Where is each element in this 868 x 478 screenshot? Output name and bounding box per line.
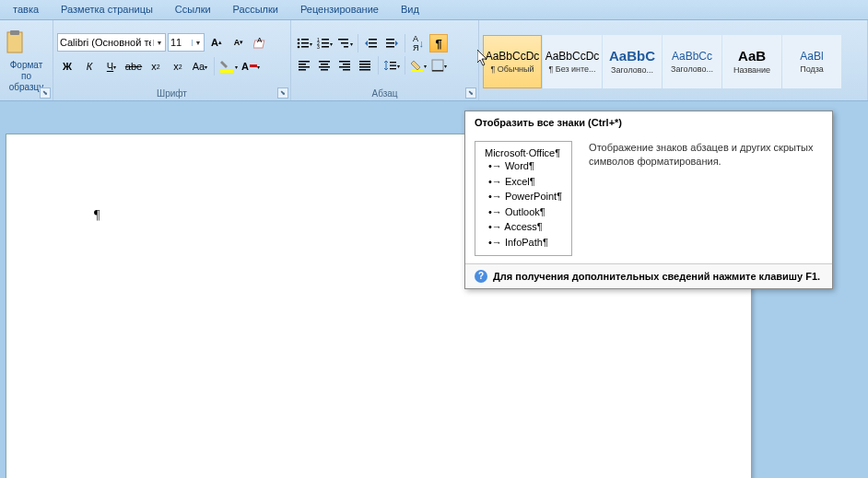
borders-button[interactable]: ▾	[429, 56, 448, 75]
line-spacing-button[interactable]: ▾	[382, 56, 401, 75]
tab-references[interactable]: Ссылки	[164, 0, 222, 19]
svg-rect-19	[341, 42, 348, 44]
bold-button[interactable]: Ж	[57, 56, 77, 76]
svg-rect-39	[359, 61, 370, 63]
align-left-button[interactable]	[295, 56, 313, 75]
svg-rect-4	[220, 70, 233, 73]
svg-rect-1	[10, 30, 19, 35]
ribbon: Формат по образцу ⬊ Calibri (Основной те…	[0, 20, 868, 101]
tab-insert[interactable]: тавка	[2, 0, 50, 19]
strikethrough-button[interactable]: abe	[123, 56, 144, 76]
tooltip-preview: Microsoft·Office¶ •→ Word¶•→ Excel¶•→ Po…	[475, 141, 572, 256]
style-item[interactable]: AaBbCcЗаголово...	[663, 35, 721, 88]
svg-text:3: 3	[317, 44, 320, 50]
preview-list-item: •→ Outlook¶	[485, 204, 562, 220]
style-name: ¶ Обычный	[490, 64, 534, 74]
svg-rect-9	[301, 42, 309, 44]
style-item[interactable]: AaBbCЗаголово...	[603, 35, 662, 88]
style-preview: AaBbCc	[672, 50, 712, 63]
paragraph-launcher[interactable]: ⬊	[465, 87, 476, 99]
align-center-button[interactable]	[315, 56, 334, 75]
superscript-button[interactable]: x2	[168, 56, 188, 76]
tab-page-layout[interactable]: Разметка страницы	[50, 0, 164, 19]
svg-rect-46	[411, 70, 423, 72]
paragraph-group: ▾ 123▾ ▾ AЯ↓ ¶ ▾ ▾ ▾ Абз	[291, 20, 479, 100]
chevron-down-icon: ▼	[153, 40, 163, 46]
separator	[358, 34, 358, 52]
style-item[interactable]: AaBlПодза	[782, 35, 841, 88]
style-preview: AaBbCcDc	[486, 50, 540, 63]
svg-point-8	[297, 42, 299, 45]
svg-rect-20	[344, 46, 348, 48]
svg-rect-38	[343, 69, 350, 71]
svg-point-10	[297, 46, 299, 49]
svg-rect-11	[301, 46, 309, 48]
svg-rect-48	[432, 70, 443, 72]
svg-rect-42	[359, 69, 370, 71]
clipboard-launcher[interactable]: ⬊	[40, 87, 51, 99]
justify-button[interactable]	[356, 56, 374, 75]
separator	[214, 57, 215, 76]
paragraph-group-label: Абзац	[295, 87, 475, 100]
svg-rect-28	[299, 64, 306, 65]
style-name: Подза	[800, 64, 824, 74]
style-item[interactable]: AaBbCcDc¶ Обычный	[483, 35, 542, 88]
style-name: Заголово...	[611, 65, 653, 75]
align-right-button[interactable]	[335, 56, 354, 75]
svg-rect-15	[322, 42, 329, 44]
tab-review[interactable]: Рецензирование	[289, 0, 390, 19]
preview-list-item: •→ Word¶	[485, 158, 562, 174]
style-name: Заголово...	[671, 64, 713, 74]
shading-button[interactable]: ▾	[409, 56, 428, 75]
tooltip-footer: ? Для получения дополнительных сведений …	[465, 263, 832, 288]
svg-rect-5	[250, 64, 257, 67]
increase-indent-button[interactable]	[382, 34, 401, 52]
font-group-label: Шрифт	[57, 87, 287, 100]
shrink-font-button[interactable]: A▾	[229, 32, 249, 52]
svg-text:A: A	[257, 36, 263, 44]
font-launcher[interactable]: ⬊	[277, 87, 288, 99]
svg-rect-32	[321, 64, 328, 65]
paste-button[interactable]	[4, 30, 49, 56]
change-case-button[interactable]: Aa▾	[190, 56, 210, 76]
italic-button[interactable]: К	[79, 56, 100, 76]
style-name: ¶ Без инте...	[548, 64, 595, 74]
svg-rect-13	[322, 39, 329, 41]
style-item[interactable]: AaBbCcDc¶ Без инте...	[543, 35, 602, 88]
show-hide-marks-button[interactable]: ¶	[429, 34, 448, 52]
clipboard-group: Формат по образцу ⬊	[0, 20, 53, 100]
tab-view[interactable]: Вид	[390, 0, 430, 19]
tooltip-show-formatting: Отобразить все знаки (Ctrl+*) Microsoft·…	[464, 111, 833, 289]
svg-rect-31	[319, 61, 330, 63]
tab-mailings[interactable]: Рассылки	[222, 0, 289, 19]
tooltip-title: Отобразить все знаки (Ctrl+*)	[475, 117, 823, 128]
decrease-indent-button[interactable]	[362, 34, 381, 52]
svg-rect-17	[322, 46, 329, 48]
svg-rect-29	[299, 66, 310, 68]
underline-button[interactable]: Ч▾	[101, 56, 122, 76]
styles-gallery[interactable]: AaBbCcDc¶ ОбычныйAaBbCcDc¶ Без инте...Aa…	[483, 35, 863, 88]
bullets-button[interactable]: ▾	[295, 34, 313, 52]
svg-rect-44	[390, 65, 396, 66]
svg-rect-40	[359, 64, 370, 65]
tooltip-description: Отображение знаков абзацев и других скры…	[589, 141, 823, 256]
style-item[interactable]: АаВНазвание	[722, 35, 781, 88]
font-color-button[interactable]: A▾	[240, 56, 261, 76]
grow-font-button[interactable]: A▴	[206, 32, 227, 52]
svg-rect-43	[390, 62, 396, 63]
help-icon: ?	[475, 270, 487, 283]
svg-rect-45	[390, 68, 396, 69]
chevron-down-icon: ▼	[192, 40, 202, 46]
numbering-button[interactable]: 123▾	[315, 34, 334, 52]
multilevel-list-button[interactable]: ▾	[335, 34, 354, 52]
preview-heading: Microsoft·Office¶	[485, 147, 562, 158]
highlight-button[interactable]: ▾	[218, 56, 239, 76]
sort-button[interactable]: AЯ↓	[409, 34, 428, 52]
styles-group: AaBbCcDc¶ ОбычныйAaBbCcDc¶ Без инте...Aa…	[479, 20, 868, 100]
subscript-button[interactable]: x2	[146, 56, 166, 76]
font-size-combo[interactable]: 11 ▼	[168, 33, 205, 52]
svg-rect-25	[386, 42, 394, 44]
svg-rect-47	[432, 60, 443, 71]
clear-formatting-button[interactable]: A	[251, 32, 271, 52]
font-name-combo[interactable]: Calibri (Основной те ▼	[57, 33, 166, 52]
